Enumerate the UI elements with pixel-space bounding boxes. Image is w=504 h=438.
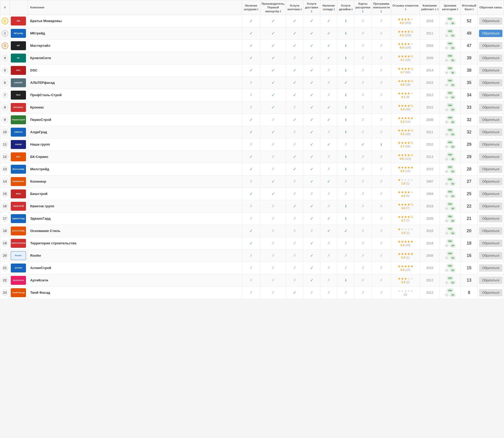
install-info-icon[interactable]: ℹ (301, 8, 302, 11)
info-icon[interactable]: ℹ (345, 56, 346, 60)
contact-button[interactable]: Обратиться (479, 128, 503, 136)
info-icon[interactable]: ℹ (345, 44, 346, 48)
check-yes-icon: ✓ (310, 241, 313, 245)
check-no-icon: ✗ (327, 204, 330, 208)
contact-button[interactable]: Обратиться (479, 215, 503, 222)
rank-cell: 11 (0, 138, 10, 151)
rank-badge: 7 (2, 92, 8, 99)
design-cell: ℹ (337, 114, 354, 126)
info-icon[interactable]: ℹ (345, 31, 346, 35)
importer-cell: ✓ (260, 101, 286, 114)
importer-cell: ✗ (260, 225, 286, 237)
contact-button[interactable]: Обратиться (479, 203, 503, 210)
stock-info-icon[interactable]: ℹ (334, 8, 335, 11)
info-icon[interactable]: ℹ (345, 93, 346, 97)
stock-cell: ✗ (320, 237, 337, 249)
reviews-info-icon[interactable]: ℹ (405, 8, 406, 11)
check-no-icon: ✗ (344, 179, 348, 184)
showroom-cell: ✓ (242, 64, 260, 76)
score-info-icon[interactable]: ℹ (472, 8, 474, 11)
since-cell: 2014 (420, 64, 440, 76)
credit-info-icon[interactable]: ℹ (362, 10, 363, 13)
contact-button[interactable]: Обратиться (479, 42, 503, 49)
price-cell: $$$ $ $$ (440, 114, 461, 126)
loyalty-info-icon[interactable]: ℹ (381, 10, 382, 13)
info-icon[interactable]: ℹ (345, 68, 346, 72)
price-info-icon[interactable]: ℹ (457, 8, 458, 11)
design-info-icon[interactable]: ℹ (351, 8, 353, 11)
contact-button[interactable]: Обратиться (479, 91, 503, 99)
contact-button[interactable]: Обратиться (479, 190, 503, 198)
loyalty-cell: ✗ (371, 237, 391, 249)
contact-button[interactable]: Обратиться (479, 289, 503, 296)
contact-button[interactable]: Обратиться (479, 67, 503, 74)
install-cell: ✓ (286, 114, 303, 126)
rating-value: 3.0 (2) (401, 281, 410, 284)
showroom-cell: ✗ (242, 212, 260, 225)
reviews-cell: ★★★★½ 4.5 (155) (391, 27, 420, 39)
contact-button[interactable]: Обратиться (479, 252, 503, 259)
contact-button[interactable]: Обратиться (479, 104, 503, 111)
price-badges: $$$ $ $$ (441, 79, 459, 87)
info-icon[interactable]: ℹ (345, 130, 346, 134)
contact-button[interactable]: Обратиться (479, 17, 503, 25)
stock-cell: ✓ (320, 175, 337, 188)
contact-button[interactable]: Обратиться (479, 264, 503, 272)
check-no-icon: ✗ (271, 167, 275, 171)
company-name-cell: Коленкор (28, 175, 242, 188)
check-yes-icon: ✓ (293, 68, 296, 73)
info-icon[interactable]: ℹ (345, 217, 346, 220)
rank-badge: 10 (2, 129, 8, 136)
check-no-icon: ✗ (249, 216, 253, 221)
price-cell: $$$ $ $$ (440, 286, 461, 299)
showroom-cell: ✓ (242, 27, 260, 39)
price-low-ss: $$ (450, 83, 455, 87)
showroom-info-icon[interactable]: ℹ (257, 8, 258, 11)
delivery-info-icon[interactable]: ℹ (311, 10, 312, 13)
stock-cell: ✗ (320, 188, 337, 200)
contact-cell: Обратиться (478, 138, 504, 151)
importer-info-icon[interactable]: ℹ (280, 10, 281, 13)
check-no-icon: ✗ (361, 290, 365, 295)
contact-button[interactable]: Обратиться (479, 178, 503, 185)
company-name-cell: Территория строительства (28, 237, 242, 249)
delivery-cell: ✗ (303, 286, 320, 299)
since-cell: 2009 (420, 52, 440, 64)
since-info-icon[interactable]: ℹ (437, 8, 438, 11)
contact-button[interactable]: Обратиться (479, 54, 503, 62)
reviews-cell: ★★★★½ 4.7 (66) (391, 64, 420, 76)
check-no-icon: ✗ (327, 241, 330, 245)
price-cell: $$$ $ $$ (440, 212, 461, 225)
contact-button[interactable]: Обратиться (479, 153, 503, 161)
check-yes-icon: ✓ (327, 142, 330, 147)
info-icon[interactable]: ℹ (345, 105, 346, 109)
price-cell: $$$ $ $$ (440, 76, 461, 89)
info-icon[interactable]: ℹ (345, 118, 346, 122)
col-rank: # (0, 0, 10, 15)
info-icon[interactable]: ℹ (345, 204, 346, 208)
score-cell: 29 (461, 151, 478, 163)
info-icon[interactable]: ℹ (345, 155, 346, 159)
check-yes-icon: ✓ (293, 117, 296, 122)
contact-button[interactable]: Обратиться (479, 141, 503, 148)
contact-button[interactable]: Обратиться (479, 30, 503, 37)
company-name-cell: ПервоСтрой (28, 114, 242, 126)
price-badges: $$$ $ $$ (441, 264, 459, 272)
contact-button[interactable]: Обратиться (479, 79, 503, 86)
check-yes-icon: ✓ (327, 117, 330, 122)
price-badges: $$$ $ $$ (441, 153, 459, 161)
info-icon[interactable]: ℹ (381, 142, 382, 146)
info-icon[interactable]: ℹ (345, 278, 346, 282)
info-icon[interactable]: ℹ (345, 19, 346, 23)
contact-button[interactable]: Обратиться (479, 240, 503, 247)
contact-button[interactable]: Обратиться (479, 277, 503, 284)
contact-cell: Обратиться (478, 39, 504, 52)
score-cell: 15 (461, 262, 478, 274)
rank-badge: 11 (2, 141, 8, 148)
rank-badge: 15 (2, 190, 8, 197)
contact-button[interactable]: Обратиться (479, 116, 503, 123)
info-icon[interactable]: ℹ (345, 167, 346, 171)
check-no-icon: ✗ (249, 142, 253, 147)
contact-button[interactable]: Обратиться (479, 227, 503, 235)
contact-button[interactable]: Обратиться (479, 166, 503, 173)
